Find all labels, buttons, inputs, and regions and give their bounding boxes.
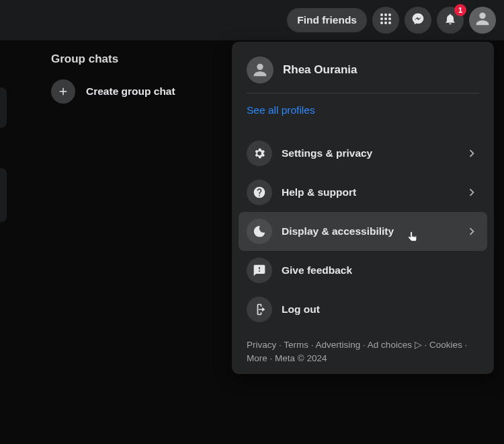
bell-icon xyxy=(444,12,457,28)
profile-name: Rhea Ourania xyxy=(283,63,358,77)
create-group-chat-button[interactable]: Create group chat xyxy=(51,79,225,104)
svg-point-5 xyxy=(388,17,391,20)
menu-label: Help & support xyxy=(282,186,455,198)
group-chats-heading: Group chats xyxy=(51,52,225,66)
footer-privacy[interactable]: Privacy xyxy=(247,340,276,350)
menu-item-display[interactable]: Display & accessibility xyxy=(239,212,487,251)
plus-icon xyxy=(51,79,75,104)
menu-item-help[interactable]: Help & support xyxy=(239,173,487,212)
menu-item-settings[interactable]: Settings & privacy xyxy=(239,134,487,173)
menu-item-feedback[interactable]: Give feedback xyxy=(239,251,487,290)
menu-label: Give feedback xyxy=(282,264,479,276)
footer-terms[interactable]: Terms xyxy=(284,340,308,350)
chevron-right-icon xyxy=(464,224,479,239)
see-all-profiles-link[interactable]: See all profiles xyxy=(232,94,494,131)
notifications-button[interactable]: 1 xyxy=(437,7,464,34)
gear-icon xyxy=(247,141,272,166)
chevron-right-icon xyxy=(464,185,479,200)
avatar-icon xyxy=(473,9,492,31)
svg-point-6 xyxy=(380,22,383,24)
messenger-icon xyxy=(411,12,425,28)
svg-point-9 xyxy=(479,13,485,19)
account-dropdown: Rhea Ourania See all profiles Settings &… xyxy=(232,42,494,374)
svg-point-1 xyxy=(384,13,387,16)
sidebar: Group chats Create group chat xyxy=(0,40,232,377)
footer-copyright: Meta © 2024 xyxy=(275,353,327,363)
avatar-icon xyxy=(247,57,274,83)
moon-icon xyxy=(247,219,272,244)
footer-more[interactable]: More xyxy=(247,353,267,363)
footer-links: Privacy · Terms · Advertising · Ad choic… xyxy=(232,332,494,365)
notification-badge: 1 xyxy=(454,4,466,16)
menu-label: Display & accessibility xyxy=(282,225,455,237)
left-edge-panels xyxy=(0,40,7,262)
feedback-icon xyxy=(247,258,272,283)
account-menu-button[interactable] xyxy=(469,7,496,34)
menu-grid-button[interactable] xyxy=(372,7,399,34)
svg-point-7 xyxy=(384,22,387,24)
logout-icon xyxy=(247,297,272,322)
svg-point-10 xyxy=(257,64,263,70)
svg-point-3 xyxy=(380,17,383,20)
ad-choices-icon: ▷ xyxy=(415,340,422,350)
profile-row[interactable]: Rhea Ourania xyxy=(232,48,494,93)
create-group-chat-label: Create group chat xyxy=(86,85,175,98)
footer-advertising[interactable]: Advertising xyxy=(316,340,361,350)
find-friends-button[interactable]: Find friends xyxy=(287,8,367,32)
footer-cookies[interactable]: Cookies xyxy=(429,340,462,350)
messenger-button[interactable] xyxy=(405,7,431,34)
menu-label: Settings & privacy xyxy=(282,147,455,159)
footer-ad-choices[interactable]: Ad choices xyxy=(368,340,412,350)
svg-point-0 xyxy=(380,13,383,16)
menu-list: Settings & privacy Help & support Displa… xyxy=(232,131,494,332)
help-icon xyxy=(247,180,272,205)
chevron-right-icon xyxy=(464,146,479,161)
topbar: Find friends 1 xyxy=(0,0,504,40)
svg-point-4 xyxy=(384,17,387,20)
grid-icon xyxy=(379,12,392,28)
svg-point-2 xyxy=(388,13,391,16)
menu-label: Log out xyxy=(282,303,479,316)
svg-point-8 xyxy=(388,22,391,24)
menu-item-logout[interactable]: Log out xyxy=(239,290,487,329)
